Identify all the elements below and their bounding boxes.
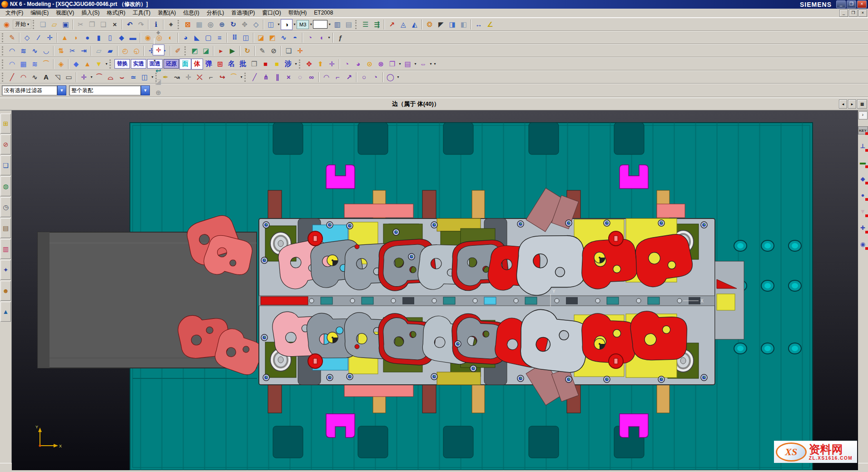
thicken-icon[interactable]: ◓ (289, 32, 301, 43)
history-tab[interactable]: ◷ (0, 197, 11, 217)
measure-distance-icon[interactable]: ↔ (473, 19, 484, 30)
sketch-arc-icon[interactable]: ◠ (321, 72, 332, 83)
rectangle-icon[interactable]: ▭ (63, 72, 74, 83)
doc-restore-button[interactable]: ❐ (849, 10, 858, 17)
layer-category-icon[interactable]: ⇶ (371, 19, 382, 30)
undo-icon[interactable]: ↶ (124, 19, 135, 30)
toolbar-grip[interactable] (244, 73, 247, 82)
menu-item-2[interactable]: 视图(V) (52, 9, 78, 16)
shaded-view-icon[interactable]: ▦ (193, 19, 205, 30)
break-curve-icon[interactable]: ⤫ (194, 72, 205, 83)
restore-button[interactable]: ❐ (847, 0, 856, 8)
toolbar-grip[interactable] (184, 46, 187, 55)
cad-scene[interactable]: Y X Y X (12, 110, 858, 470)
rotate-wcs-icon[interactable]: ◭ (409, 19, 420, 30)
link-body-icon[interactable]: ◕ (352, 59, 364, 70)
playback-icon[interactable]: ▶ (227, 45, 238, 56)
datum-vector-icon[interactable]: ↗ (386, 19, 397, 30)
palette-icon[interactable]: ❂ (424, 19, 435, 30)
toolbar-grip[interactable] (33, 20, 35, 29)
dropdown-caret[interactable]: ▾ (104, 59, 109, 69)
die-button-item[interactable]: ▬ (858, 157, 868, 167)
toolbar-grip[interactable] (2, 73, 5, 82)
arc-icon[interactable]: ◠ (18, 72, 29, 83)
toolbar-grip[interactable] (355, 20, 358, 29)
menu-item-10[interactable]: 窗口(O) (258, 9, 284, 16)
paste-icon[interactable]: ❑ (98, 19, 109, 30)
circle-point-icon[interactable]: ◌ (294, 72, 306, 83)
pour-surface-icon[interactable]: ≃ (128, 72, 139, 83)
dropdown-caret[interactable]: ▾ (327, 20, 332, 30)
show-hide-icon[interactable]: ◨ (446, 19, 458, 30)
view-section-icon[interactable]: ◩ (189, 45, 200, 56)
line-icon[interactable]: ╱ (6, 72, 18, 83)
point-icon[interactable]: ✛ (44, 32, 55, 43)
menu-item-8[interactable]: 分析(L) (203, 9, 228, 16)
extend-sheet-icon[interactable]: ⇥ (78, 45, 89, 56)
intersect-point-icon[interactable]: × (283, 72, 294, 83)
cut-icon[interactable]: ✂ (75, 19, 86, 30)
hole-icon[interactable]: ● (82, 32, 93, 43)
move-component-icon[interactable]: ✥ (303, 59, 315, 70)
ruled-surface-icon[interactable]: ◠ (6, 45, 18, 56)
bracket-component-item[interactable]: ◆ (858, 174, 868, 184)
menu-item-12[interactable]: ET2008 (310, 9, 337, 16)
bounded-plane-icon[interactable]: ▱ (93, 45, 104, 56)
batch-icon[interactable]: 批 (237, 59, 248, 70)
corner-trim-icon[interactable]: ⌐ (205, 72, 217, 83)
select-region-icon[interactable]: ✛ (153, 45, 164, 55)
dropdown-caret[interactable]: ▾ (293, 20, 297, 30)
suppress-feature-icon[interactable]: ⊘ (268, 45, 279, 56)
selection-scope-dropdown[interactable]: ▼ (141, 85, 150, 95)
toolbar-grip[interactable] (2, 33, 5, 42)
snap-point-icon[interactable]: ⌖ (153, 27, 164, 38)
measure-angle-icon[interactable]: ∠ (484, 19, 496, 30)
cylinder-constraint-icon[interactable]: ⊙ (364, 59, 375, 70)
thread-icon[interactable]: ≡ (214, 32, 225, 43)
open-folder-icon[interactable]: ▱ (49, 19, 60, 30)
through-curves-icon[interactable]: ≋ (18, 45, 29, 56)
sketch-circle-icon[interactable]: ○ (358, 72, 370, 83)
background-color-swatch[interactable] (313, 20, 327, 29)
selection-filter-dropdown[interactable]: ▼ (57, 85, 66, 95)
drag-component-icon[interactable]: ✛ (326, 59, 337, 70)
sweep-along-guide-icon[interactable]: ◈ (55, 59, 67, 70)
undo-selection-icon[interactable]: ↩ (153, 65, 164, 76)
pad-icon[interactable]: ▮ (93, 32, 104, 43)
intersect-icon[interactable]: ◐ (165, 32, 176, 43)
unite-icon[interactable]: ◉ (142, 32, 154, 43)
pocket-icon[interactable]: ▯ (104, 32, 116, 43)
perspective-icon[interactable]: ◇ (250, 19, 262, 30)
prompt-prev-button[interactable]: ◂ (839, 99, 847, 109)
bridge-curve-icon[interactable]: ↝ (171, 72, 183, 83)
part-navigator-tab[interactable]: ❏ (0, 155, 11, 175)
rotate-view-icon[interactable]: ↻ (228, 19, 239, 30)
new-file-icon[interactable]: ❏ (37, 19, 49, 30)
close-button[interactable]: × (857, 0, 867, 8)
doc-close-button[interactable]: × (858, 10, 867, 17)
text-icon[interactable]: A (40, 72, 52, 83)
part-studio-tab[interactable]: ✦ (0, 260, 11, 280)
section-body-icon[interactable]: ◆ (70, 59, 82, 70)
minimize-button[interactable]: _ (836, 0, 846, 8)
extrude-icon[interactable]: ▲ (59, 32, 70, 43)
start-button[interactable]: 开始▾ (13, 20, 31, 29)
zoom-in-out-icon[interactable]: ⊕ (216, 19, 228, 30)
sketch-icon[interactable]: ✎ (6, 32, 18, 43)
eraser-icon[interactable]: ◪ (153, 76, 164, 87)
update-model-icon[interactable]: ↻ (242, 45, 253, 56)
copy-component-icon[interactable]: ❐ (387, 59, 398, 70)
dropdown-caret[interactable]: ▾ (429, 59, 433, 69)
two-circles-icon[interactable]: ∞ (306, 72, 317, 83)
dropdown-caret[interactable]: ▾ (396, 72, 400, 82)
copy-icon[interactable]: ❐ (86, 19, 98, 30)
stripper-bolt-item[interactable]: ✚ (858, 223, 868, 233)
full-circle-icon[interactable]: ◯ (385, 72, 396, 83)
assembly-navigator-tab[interactable]: ⊞ (0, 114, 11, 134)
wave-geometry-icon[interactable]: ◔ (341, 59, 352, 70)
end-block[interactable] (715, 261, 744, 339)
name-icon[interactable]: 名 (226, 59, 237, 70)
assembly-up-icon[interactable]: ⬆ (315, 59, 326, 70)
sew-icon[interactable]: ∿ (278, 32, 289, 43)
face-blend-icon[interactable]: ◴ (119, 45, 131, 56)
